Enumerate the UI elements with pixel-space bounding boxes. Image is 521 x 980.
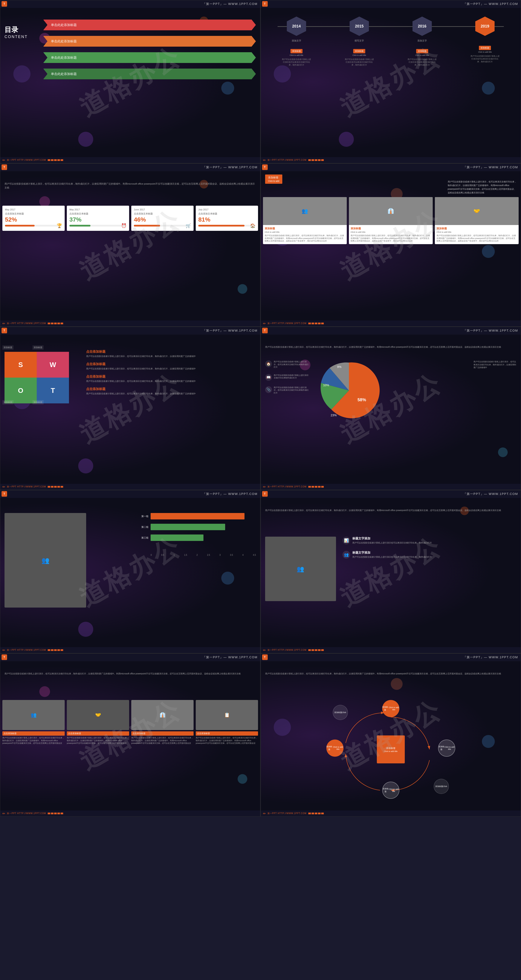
toc-arrow-1: 单击此处添加标题 bbox=[43, 19, 256, 30]
slide-footer: ✏ 第一PPT HTTP://WWW.1PPT.COM bbox=[261, 320, 521, 326]
header-brand: 『第一PPT』— WWW.1PPT.COM bbox=[203, 655, 257, 659]
add-title-btn-3[interactable]: 添加标题 bbox=[416, 49, 428, 53]
footer-url: 第一PPT HTTP://WWW.1PPT.COM bbox=[7, 649, 46, 652]
slide-header: 『第一PPT』— WWW.1PPT.COM bbox=[261, 327, 521, 335]
pencil-icon: ✏ bbox=[2, 158, 5, 162]
footer-url: 第一PPT HTTP://WWW.1PPT.COM bbox=[267, 485, 307, 488]
slide-swot: T 『第一PPT』— WWW.1PPT.COM 添加标器 添加标器 添加标器 添… bbox=[0, 327, 260, 490]
stat-card-3[interactable]: June 2017 点击添加文本标题 46% 🛒 bbox=[131, 206, 194, 231]
pie-svg: 58% 23% 10% 9% bbox=[317, 358, 381, 423]
timeline-node-2[interactable]: 2015 填写文字 添加标题 Click to add title 用户可以在投… bbox=[344, 16, 374, 67]
grid-img-2: 🤝 bbox=[67, 700, 129, 730]
toc-label-2: 单击此处添加标题 bbox=[51, 39, 77, 43]
grid-desc-4: 用户可以在投影仪或者计算机上进行演示，也可以将演示文稿打印出来，制作成幻灯片，以… bbox=[196, 737, 258, 745]
text-image-list: 📊 标题文字添加 用户可以在投影仪或者计算机上进行演示也可以将演示文稿打印出来，… bbox=[343, 537, 516, 565]
swot-item-2: 点击添加标题 用户可以在投影仪或者计算机上进行演示，也可以将演示文稿打印出来，制… bbox=[86, 362, 256, 370]
bar-row-1: 第一组 bbox=[135, 513, 256, 519]
img-card-2[interactable]: 👔 添加标题Click to add title 用户可以在投影仪或者计算机上进… bbox=[349, 197, 433, 244]
sc-month-2: May 2017 bbox=[69, 208, 127, 211]
desc-text-4: 用户可以在投影仪或者计算机上进行演示也可以将演示文稿打印出来，制作成幻灯片 bbox=[470, 55, 500, 63]
ic-desc-2: 用户可以在投影仪或者计算机上进行演示，也可以将演示文稿打印出来，制作成幻灯片，以… bbox=[351, 234, 431, 242]
add-title-btn-1[interactable]: 添加标题 bbox=[291, 49, 302, 53]
sc-bar-1 bbox=[5, 225, 62, 226]
slide-header: 『第一PPT』— WWW.1PPT.COM bbox=[0, 490, 260, 498]
img-card-1[interactable]: 👥 添加标题Click to add title 用户可以在投影仪或者计算机上进… bbox=[263, 197, 347, 244]
img-card-3[interactable]: 🤝 添加标题Click to add title 用户可以在投影仪或者计算机上进… bbox=[435, 197, 519, 244]
timeline-node-1[interactable]: 2014 添加文字 添加标题 Click to add title 用户可以在投… bbox=[281, 16, 311, 67]
img-card-body-2: 添加标题Click to add title 用户可以在投影仪或者计算机上进行演… bbox=[349, 225, 433, 244]
cycle-wrapper: 添加标签Click to add title bbox=[326, 700, 455, 799]
img-placeholder-1: 👥 bbox=[263, 197, 347, 225]
img-placeholder-2: 👔 bbox=[349, 197, 433, 225]
add-title-btn-4[interactable]: 添加标题 bbox=[479, 46, 491, 50]
list-title-1: 标题文字添加 bbox=[353, 537, 432, 541]
corner-logo: T bbox=[262, 164, 268, 170]
toc-item-3[interactable]: 单击此处添加标题 bbox=[43, 51, 256, 64]
slide-header: 『第一PPT』— WWW.1PPT.COM bbox=[0, 0, 260, 8]
slide-text-image: T 『第一PPT』— WWW.1PPT.COM 用户可以在投影仪或者计算机上进行… bbox=[260, 490, 521, 653]
sc-bar-fill-1 bbox=[5, 225, 35, 226]
footer-dots bbox=[308, 323, 324, 324]
pencil-icon: ✏ bbox=[263, 811, 266, 816]
swot-item-1: 点击添加标题 用户可以在投影仪或者计算机上进行演示，也可以将演示文稿打印出来，制… bbox=[86, 350, 256, 358]
list-content-1: 标题文字添加 用户可以在投影仪或者计算机上进行演示也可以将演示文稿打印出来，制作… bbox=[353, 537, 432, 544]
toc-item-2[interactable]: 单击此处添加标题 bbox=[43, 35, 256, 48]
sc-month-1: May 2017 bbox=[5, 208, 62, 211]
pencil-icon: ✏ bbox=[2, 321, 5, 326]
timeline-node-3[interactable]: 2016 添加文字 添加标题 Click to add title 用户可以在投… bbox=[407, 16, 437, 67]
grid-img-4: 📋 bbox=[196, 700, 258, 730]
stat-card-1[interactable]: May 2017 点击添加文本标题 52% 🏆 bbox=[2, 206, 65, 231]
t-desc-3: 添加标题 Click to add title 用户可以在投影仪或者计算机上进行… bbox=[407, 49, 437, 67]
cycle-node-tl-circle: 添加标题Click bbox=[333, 705, 348, 720]
cycle-node-left: 添加标题Click to add title bbox=[326, 740, 343, 757]
sc-pct-2: 37% bbox=[69, 216, 127, 223]
grid-desc-3: 用户可以在投影仪或者计算机上进行演示，也可以将演示文稿打印出来，制作成幻灯片，以… bbox=[131, 737, 194, 745]
hex-2016: 2016 bbox=[413, 16, 432, 36]
slide-stats: T 『第一PPT』— WWW.1PPT.COM 用户可以在投影仪或者计算机上演示… bbox=[0, 163, 260, 327]
cycle-arc-3 bbox=[346, 754, 380, 790]
toc-sq-1 bbox=[47, 24, 49, 26]
list-item-1: 📊 标题文字添加 用户可以在投影仪或者计算机上进行演示也可以将演示文稿打印出来，… bbox=[343, 537, 516, 544]
stat-card-4[interactable]: July 2017 点击添加文本标题 81% 🏠 bbox=[196, 206, 258, 231]
timeline-wrapper: 2014 添加文字 添加标题 Click to add title 用户可以在投… bbox=[265, 12, 516, 67]
sc-month-3: June 2017 bbox=[134, 208, 191, 211]
slide-footer: ✏ 第一PPT HTTP://WWW.1PPT.COM bbox=[0, 484, 260, 490]
grid-item-1[interactable]: 👥 点击添加标器 用户可以在投影仪或者计算机上进行演示，也可以将演示文稿打印出来… bbox=[2, 700, 65, 745]
grid-item-4[interactable]: 📋 点击添加标器 用户可以在投影仪或者计算机上进行演示，也可以将演示文稿打印出来… bbox=[196, 700, 258, 745]
corner-logo: T bbox=[262, 1, 268, 7]
slide-header: 『第一PPT』— WWW.1PPT.COM bbox=[0, 164, 260, 171]
swot-items: 点击添加标题 用户可以在投影仪或者计算机上进行演示，也可以将演示文稿打印出来，制… bbox=[86, 350, 256, 399]
swot-item-4: 点击添加标题 用户可以在投影仪或者计算机上进行演示，也可以将演示文稿打印出来，制… bbox=[86, 387, 256, 395]
cycle-node-top-circle: 添加标题Click to add title bbox=[382, 700, 399, 717]
grid-item-2[interactable]: 🤝 点击添加标器 用户可以在投影仪或者计算机上进行演示，也可以将演示文稿打印出来… bbox=[67, 700, 129, 745]
swot-s: S bbox=[5, 352, 37, 378]
bar-label-3: 第三组 bbox=[135, 536, 148, 539]
bar-chart-rows: 第一组 第二组 第三组 bbox=[135, 513, 256, 541]
timeline-node-4[interactable]: 2019 添加标题 Click to add title 用户可以在投影仪或者计… bbox=[470, 16, 500, 67]
pie-right-desc: 用户可以在投影仪或者计算机上进行演示，也可以将演示文稿打印出来，制作成幻灯片，以… bbox=[473, 360, 516, 369]
toc-item-4[interactable]: 单击此处添加标题 bbox=[43, 68, 256, 80]
toc-item-1[interactable]: 单击此处添加标题 bbox=[43, 19, 256, 31]
pencil-icon: ✏ bbox=[2, 811, 5, 816]
corner-logo: T bbox=[262, 491, 268, 497]
grid-item-3[interactable]: 👔 点击添加标器 用户可以在投影仪或者计算机上进行演示，也可以将演示文稿打印出来… bbox=[131, 700, 194, 745]
header-brand: 『第一PPT』— WWW.1PPT.COM bbox=[463, 655, 518, 659]
swot-item-desc-3: 用户可以在投影仪或者计算机上进行演示，也可以将演示文稿打印出来，制作成幻灯片，以… bbox=[86, 380, 256, 383]
header-brand: 『第一PPT』— WWW.1PPT.COM bbox=[203, 329, 257, 332]
add-title-btn-2[interactable]: 添加标题 bbox=[353, 49, 365, 53]
pie-icon-2: 📖 bbox=[265, 374, 272, 381]
axis-25: 2.5 bbox=[207, 554, 210, 556]
footer-dots bbox=[48, 159, 63, 161]
pie-label-1: 58% bbox=[357, 398, 366, 402]
slide-header: 『第一PPT』— WWW.1PPT.COM bbox=[261, 164, 521, 171]
sc-label-2: 点击添加文本标题 bbox=[69, 212, 127, 215]
ic-desc-3: 用户可以在投影仪或者计算机上进行演示，也可以将演示文稿打印出来，制作成幻灯片，以… bbox=[437, 234, 517, 242]
sc-bar-2 bbox=[69, 225, 127, 226]
grid-add-label-4: 点击添加标器 bbox=[196, 731, 258, 736]
grid-img-1: 👥 bbox=[2, 700, 65, 730]
swot-corner-bl: 添加标器 bbox=[2, 400, 14, 404]
stat-card-2[interactable]: May 2017 点击添加文本标题 37% ⏰ bbox=[67, 206, 129, 231]
footer-url: 第一PPT HTTP://WWW.1PPT.COM bbox=[267, 159, 307, 162]
t-label-3: 添加文字 bbox=[418, 39, 427, 42]
swot-item-title-2: 点击添加标题 bbox=[86, 362, 256, 366]
